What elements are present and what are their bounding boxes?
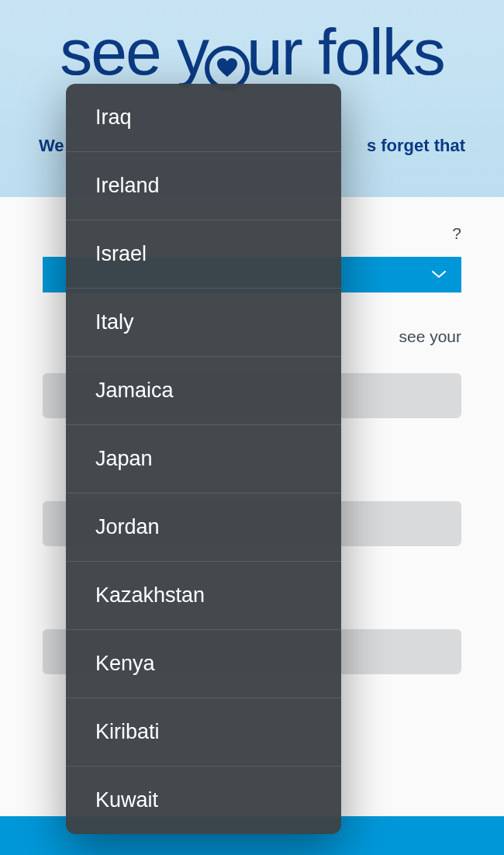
country-option[interactable]: Iraq	[66, 84, 341, 152]
country-option[interactable]: Kiribati	[66, 698, 341, 767]
country-option[interactable]: Kuwait	[66, 767, 341, 834]
chevron-down-icon	[432, 271, 446, 279]
tagline-left: We	[39, 134, 64, 158]
logo-text-front: see y	[60, 16, 208, 88]
tagline-right: s forget that	[367, 134, 465, 158]
country-option[interactable]: Kazakhstan	[66, 562, 341, 630]
country-option[interactable]: Jordan	[66, 493, 341, 562]
logo-text-back: ur folks	[247, 16, 444, 88]
country-option[interactable]: Ireland	[66, 152, 341, 220]
country-option[interactable]: Japan	[66, 425, 341, 493]
country-dropdown-popover: IraqIrelandIsraelItalyJamaicaJapanJordan…	[66, 84, 341, 834]
country-option[interactable]: Jamaica	[66, 357, 341, 425]
question-2: see your	[399, 327, 461, 345]
country-option[interactable]: Kenya	[66, 630, 341, 698]
country-option[interactable]: Israel	[66, 220, 341, 289]
country-option[interactable]: Italy	[66, 289, 341, 357]
